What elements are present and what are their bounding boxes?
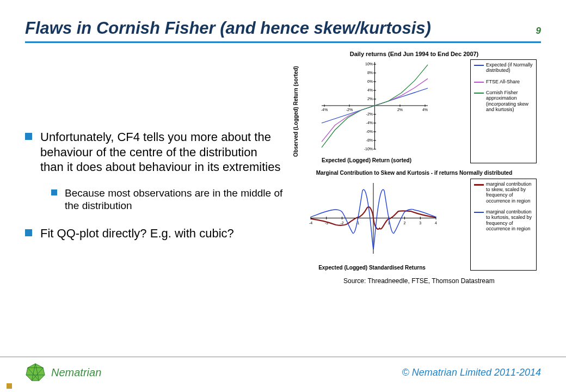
copyright: © Nematrian Limited 2011-2014: [402, 367, 541, 378]
svg-text:6%: 6%: [367, 79, 373, 83]
chart-qqplot: Daily returns (End Jun 1994 to End Dec 2…: [292, 51, 537, 163]
chart-1-ylabel: Observed (Logged) Return (sorted): [292, 59, 300, 163]
page-number: 9: [536, 26, 541, 36]
svg-text:-4%: -4%: [366, 121, 373, 125]
legend-label: FTSE All-Share: [486, 79, 520, 84]
legend-item: marginal contribution to skew, scaled by…: [474, 181, 533, 204]
brand: Nematrian: [25, 363, 101, 382]
slide-body: Unfortunately, CF4 tells you more about …: [25, 51, 541, 285]
legend-swatch-icon: [474, 184, 484, 186]
chart-marginal-contrib: Marginal Contribution to Skew and Kurtos…: [292, 170, 537, 271]
logo-icon: [25, 363, 46, 382]
legend-label: Expected (if Normally distributed): [486, 62, 533, 74]
slide: Flaws in Cornish Fisher (and hence skew/…: [0, 0, 566, 392]
svg-text:4: 4: [435, 221, 437, 225]
svg-marker-48: [26, 364, 45, 381]
svg-text:-6%: -6%: [366, 130, 373, 133]
slide-title: Flaws in Cornish Fisher (and hence skew/…: [25, 19, 431, 38]
svg-text:2%: 2%: [397, 108, 403, 112]
svg-text:10%: 10%: [365, 62, 373, 66]
bullet-1-sub-1: Because most observations are in the mid…: [51, 187, 283, 212]
svg-text:3: 3: [419, 221, 421, 225]
bullet-marker-icon: [25, 229, 32, 236]
legend-swatch-icon: [474, 65, 484, 66]
legend-swatch-icon: [474, 212, 484, 213]
chart-source-line: Source: Threadneedle, FTSE, Thomson Data…: [292, 277, 537, 285]
legend-item: marginal contribution to kurtosis, scale…: [474, 209, 533, 231]
svg-text:-2%: -2%: [346, 108, 353, 112]
bullet-1-text: Unfortunately, CF4 tells you more about …: [40, 130, 283, 175]
svg-text:2: 2: [404, 221, 406, 225]
svg-text:4%: 4%: [367, 88, 373, 92]
svg-text:4%: 4%: [422, 108, 428, 112]
svg-text:2%: 2%: [367, 97, 373, 101]
bullet-column: Unfortunately, CF4 tells you more about …: [25, 51, 292, 285]
svg-text:-10%: -10%: [364, 147, 373, 151]
legend-swatch-icon: [474, 93, 484, 94]
chart-1-plot: 10% 8% 6% 4% 2% -2% -4% -6% -8% -10%: [300, 59, 433, 152]
bullet-1: Unfortunately, CF4 tells you more about …: [25, 130, 283, 175]
legend-item: FTSE All-Share: [474, 79, 533, 84]
chart-2-xlabel: Expected (Logged) Standardised Returns: [303, 265, 441, 271]
legend-label: Cornish Fisher approximation (incorporat…: [486, 90, 533, 112]
svg-text:8%: 8%: [367, 71, 373, 75]
chart-2-legend: marginal contribution to skew, scaled by…: [470, 179, 537, 271]
brand-name: Nematrian: [51, 366, 101, 379]
svg-text:-4%: -4%: [321, 108, 328, 112]
chart-1-legend: Expected (if Normally distributed) FTSE …: [470, 59, 537, 163]
title-row: Flaws in Cornish Fisher (and hence skew/…: [25, 19, 541, 43]
svg-text:-4: -4: [309, 221, 312, 225]
footer: Nematrian © Nematrian Limited 2011-2014: [0, 357, 566, 382]
svg-text:-8%: -8%: [366, 138, 373, 142]
svg-text:-2: -2: [340, 221, 343, 225]
bullet-marker-icon: [51, 189, 57, 195]
legend-label: marginal contribution to kurtosis, scale…: [486, 209, 533, 231]
chart-1-title: Daily returns (End Jun 1994 to End Dec 2…: [292, 51, 537, 57]
bullet-2: Fit QQ-plot directly? E.g. with cubic?: [25, 226, 283, 241]
bullet-1-sub-1-text: Because most observations are in the mid…: [65, 187, 283, 212]
legend-label: marginal contribution to skew, scaled by…: [486, 181, 533, 204]
legend-item: Cornish Fisher approximation (incorporat…: [474, 90, 533, 112]
charts-column: Daily returns (End Jun 1994 to End Dec 2…: [292, 51, 537, 285]
corner-marker-icon: [7, 383, 12, 389]
svg-text:-2%: -2%: [366, 112, 373, 116]
chart-2-plot: -4-3-2 -112 34: [303, 179, 441, 259]
bullet-2-text: Fit QQ-plot directly? E.g. with cubic?: [40, 226, 234, 241]
bullet-marker-icon: [25, 133, 32, 140]
chart-1-xlabel: Expected (Logged) Return (sorted): [300, 157, 433, 163]
chart-2-title: Marginal Contribution to Skew and Kurtos…: [292, 170, 537, 176]
legend-item: Expected (if Normally distributed): [474, 62, 533, 74]
legend-swatch-icon: [474, 82, 484, 83]
